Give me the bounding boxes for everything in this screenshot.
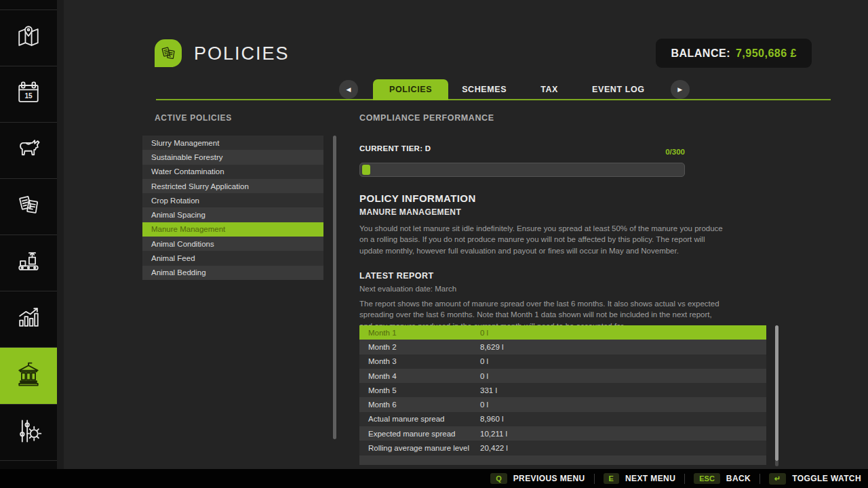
sidebar-item-animals[interactable]	[0, 122, 57, 178]
latest-report-heading: LATEST REPORT	[359, 271, 434, 281]
next-evaluation-date: Next evaluation date: March	[359, 285, 456, 293]
report-table-row[interactable]	[359, 455, 766, 465]
esc-key-badge: ESC	[694, 473, 720, 484]
compliance-progress-fill	[362, 165, 370, 175]
policy-name-subheading: MANURE MANAGEMENT	[359, 207, 461, 217]
balance-badge: BALANCE: 7,950,686 £	[656, 39, 812, 68]
sidebar-partial-bottom	[0, 460, 57, 469]
policy-info-heading: POLICY INFORMATION	[359, 192, 476, 204]
page-title: POLICIES	[194, 43, 290, 64]
report-row-value: 20,422 l	[480, 444, 508, 452]
report-row-label: Month 4	[368, 372, 397, 380]
tab-schemes[interactable]: SCHEMES	[451, 79, 517, 100]
report-table-row[interactable]: Actual manure spread 8,960 l	[359, 412, 766, 426]
report-row-value: 10,211 l	[480, 430, 507, 438]
content-scrollbar[interactable]	[333, 136, 336, 439]
finances-icon	[14, 360, 43, 392]
policy-list-item[interactable]: Restricted Slurry Application	[142, 179, 323, 193]
policy-list-item[interactable]: Animal Bedding	[142, 266, 323, 280]
sidebar-edge-strip	[57, 0, 64, 469]
enter-key-icon: ↵	[769, 473, 786, 485]
tab-bar: ◀ POLICIES SCHEMES TAX EVENT LOG ▶	[339, 79, 690, 100]
chevron-right-icon: ▶	[677, 86, 682, 93]
report-row-label: Month 6	[368, 401, 397, 409]
report-table-row[interactable]: Month 6 0 l	[359, 397, 766, 411]
footer-shortcut-bar: Q PREVIOUS MENU E NEXT MENU ESC BACK ↵ T…	[0, 469, 868, 488]
contracts-icon	[14, 190, 43, 223]
policy-list-item[interactable]: Animal Conditions	[142, 237, 323, 251]
report-row-value: 331 l	[480, 386, 497, 394]
report-table-row[interactable]: Month 4 0 l	[359, 369, 766, 383]
balance-label: BALANCE:	[671, 47, 730, 60]
sidebar-item-finances[interactable]	[0, 347, 57, 404]
shortcut-toggle-watch[interactable]: ↵ TOGGLE WATCH	[769, 473, 861, 485]
animals-icon	[14, 134, 43, 167]
compliance-score: 0/300	[359, 148, 685, 156]
report-table-row[interactable]: Month 5 331 l	[359, 383, 766, 397]
policy-description: You should not let manure sit idle indef…	[359, 223, 724, 256]
sidebar-item-calendar[interactable]: 15	[0, 66, 57, 122]
report-row-label: Month 1	[368, 329, 397, 337]
shortcut-back[interactable]: ESC BACK	[694, 473, 751, 484]
report-row-label: Expected manure spread	[368, 430, 456, 438]
active-policies-list: Slurry Management Sustainable Forestry W…	[142, 136, 323, 280]
report-table: Month 1 0 l Month 2 8,629 l Month 3 0 l …	[359, 325, 766, 465]
tab-event-log[interactable]: EVENT LOG	[581, 79, 656, 100]
policy-list-item[interactable]: Animal Feed	[142, 251, 323, 265]
tab-policies[interactable]: POLICIES	[373, 79, 448, 100]
report-table-scrollbar[interactable]	[775, 325, 778, 461]
e-key-badge: E	[604, 473, 619, 484]
report-row-label: Month 2	[368, 343, 397, 351]
policies-page-icon	[155, 39, 182, 67]
report-row-label: Actual manure spread	[368, 415, 445, 423]
policy-list-item[interactable]: Manure Management	[142, 222, 323, 237]
q-key-badge: Q	[490, 473, 507, 484]
balance-value: 7,950,686 £	[736, 47, 797, 60]
report-row-value: 0 l	[480, 329, 488, 337]
sidebar-item-contracts[interactable]	[0, 178, 57, 235]
statistics-icon	[14, 303, 43, 336]
shortcut-previous-menu[interactable]: Q PREVIOUS MENU	[490, 473, 585, 484]
report-table-row[interactable]: Month 2 8,629 l	[359, 340, 766, 354]
calendar-day-number: 15	[24, 92, 33, 100]
shortcut-next-menu[interactable]: E NEXT MENU	[604, 473, 676, 484]
report-table-row[interactable]: Month 3 0 l	[359, 354, 766, 369]
policy-list-item[interactable]: Slurry Management	[142, 136, 323, 150]
settings-icon	[14, 416, 43, 449]
report-row-value: 0 l	[480, 357, 488, 365]
sidebar-item-settings[interactable]	[0, 404, 57, 460]
footer-divider	[760, 474, 760, 484]
report-table-row[interactable]: Rolling average manure level 20,422 l	[359, 441, 766, 455]
report-row-value: 8,629 l	[480, 343, 504, 351]
report-row-value: 8,960 l	[480, 415, 504, 423]
chevron-left-icon: ◀	[347, 86, 351, 93]
map-icon	[14, 22, 43, 54]
sidebar-nav: 15	[0, 0, 57, 469]
documents-icon	[158, 43, 178, 64]
policy-list-item[interactable]: Crop Rotation	[142, 193, 323, 207]
policy-list-item[interactable]: Sustainable Forestry	[142, 150, 323, 164]
sidebar-item-statistics[interactable]	[0, 291, 57, 347]
report-table-row[interactable]: Month 1 0 l	[359, 325, 766, 340]
report-row-label: Month 5	[368, 386, 397, 394]
policy-list-item[interactable]: Animal Spacing	[142, 207, 323, 222]
tab-underline	[156, 99, 831, 100]
policy-list-item[interactable]: Water Contamination	[142, 165, 323, 179]
tab-next-button[interactable]: ▶	[671, 80, 690, 99]
calendar-icon: 15	[14, 78, 43, 110]
sidebar-partial-top	[0, 0, 57, 9]
sidebar-item-production[interactable]	[0, 235, 57, 291]
report-row-value: 0 l	[480, 401, 488, 409]
report-row-value: 0 l	[480, 372, 488, 380]
footer-divider	[594, 474, 595, 484]
tab-tax[interactable]: TAX	[530, 79, 569, 100]
production-icon	[14, 247, 43, 279]
sidebar-item-map[interactable]	[0, 9, 57, 66]
active-policies-heading: ACTIVE POLICIES	[155, 113, 232, 123]
compliance-progress-bar	[359, 163, 685, 177]
report-row-label: Rolling average manure level	[368, 444, 469, 452]
footer-divider	[684, 474, 685, 484]
tab-prev-button[interactable]: ◀	[339, 80, 358, 99]
report-table-row[interactable]: Expected manure spread 10,211 l	[359, 426, 766, 441]
report-row-label: Month 3	[368, 357, 397, 365]
